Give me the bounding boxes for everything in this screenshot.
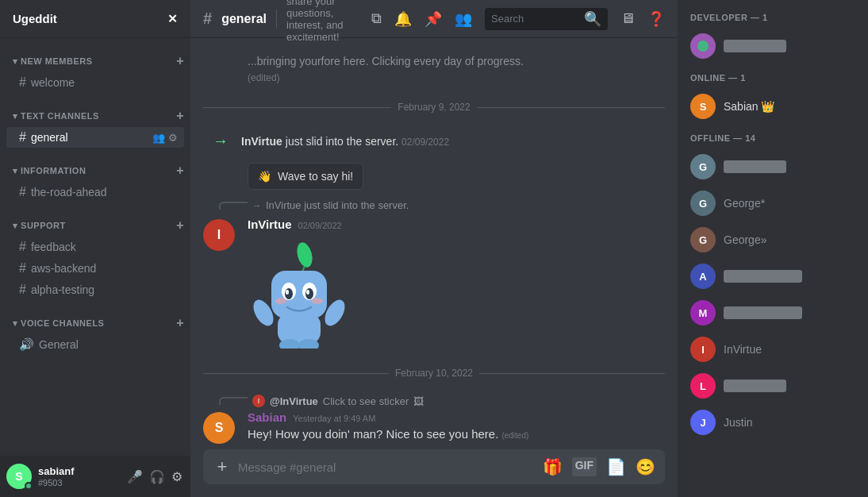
search-input[interactable]: [491, 13, 584, 25]
hash-icon-welcome: #: [19, 75, 26, 90]
member-item-offline-1[interactable]: G ████████: [684, 149, 862, 184]
channel-item-aws-backend[interactable]: # aws-backend: [6, 258, 184, 279]
server-name: Ugeddit: [13, 12, 57, 25]
system-message-text: InVirtue just slid into the server. 02/0…: [241, 135, 449, 148]
bell-icon[interactable]: 🔔: [394, 10, 412, 28]
members-icon[interactable]: 👥: [455, 10, 472, 28]
channel-header-icons: ⧉ 🔔 📌 👥 🔍 🖥 ❓: [371, 8, 665, 30]
input-icons: 🎁 GIF 📄 😊: [543, 457, 655, 476]
member-item-offline-4[interactable]: M ██████████: [684, 295, 862, 330]
section-add-text-channels[interactable]: +: [176, 109, 184, 123]
inbox-icon[interactable]: 🖥: [620, 10, 635, 27]
message-header-sabian: Sabian Yesterday at 9:49 AM: [248, 410, 665, 424]
svg-point-5: [285, 288, 293, 299]
section-add-new-members[interactable]: +: [176, 54, 184, 68]
search-box[interactable]: 🔍: [485, 8, 608, 30]
message-content-sabian: Sabian Yesterday at 9:49 AM Hey! How you…: [248, 410, 665, 444]
sidebar: Ugeddit ✕ ▾ NEW MEMBERS + # welcome ▾ TE…: [0, 0, 190, 497]
section-add-support[interactable]: +: [176, 218, 184, 233]
gift-icon[interactable]: 🎁: [543, 457, 563, 476]
section-header-new-members[interactable]: ▾ NEW MEMBERS +: [0, 51, 190, 71]
svg-point-16: [697, 40, 709, 52]
channel-item-alpha-testing[interactable]: # alpha-testing: [6, 279, 184, 300]
member-item-offline-3[interactable]: A ██████████: [684, 259, 862, 294]
member-name-justin: Justin: [724, 416, 753, 429]
reply-invirtue-label: @InVirtue: [270, 395, 318, 407]
member-section-developer-title: DEVELOPER — 1: [684, 13, 862, 22]
date-label-feb9: February 9, 2022: [398, 102, 470, 113]
date-divider-feb10: February 10, 2022: [203, 368, 665, 379]
channel-label-feedback: feedback: [31, 241, 76, 253]
user-status-online: [25, 482, 33, 490]
section-header-text-channels[interactable]: ▾ TEXT CHANNELS +: [0, 106, 190, 126]
member-icon[interactable]: 👥: [152, 132, 165, 144]
message-text-cutoff: ...bringing yourfore here. Clicking ever…: [248, 54, 665, 70]
channel-label-welcome: welcome: [31, 76, 75, 89]
section-support: ▾ SUPPORT + # feedback # aws-backend # a…: [0, 215, 190, 300]
mic-icon[interactable]: 🎤: [125, 468, 144, 486]
section-header-information[interactable]: ▾ INFORMATION +: [0, 160, 190, 181]
system-message-joined: → InVirtue just slid into the server. 02…: [190, 125, 678, 156]
avatar-circle-offline3: A: [690, 264, 716, 289]
sticker-icon[interactable]: 📄: [606, 457, 626, 476]
reply-sticker-icon: 🖼: [413, 395, 424, 407]
user-info: sabianf #9503: [38, 465, 119, 487]
member-item-sabian[interactable]: S Sabian 👑: [684, 89, 862, 124]
sticker-invirtue: [248, 237, 665, 352]
member-name-offline1: ████████: [724, 160, 786, 173]
hash-settings-icon[interactable]: ⧉: [371, 10, 382, 27]
message-invirtue-sticker: I InVirtue 02/09/2022: [190, 214, 678, 355]
svg-rect-11: [278, 314, 321, 344]
message-author-sabian[interactable]: Sabian: [248, 410, 286, 424]
message-input[interactable]: [238, 460, 536, 474]
message-author-invirtue[interactable]: InVirtue: [248, 218, 292, 231]
emoji-icon[interactable]: 😊: [636, 457, 655, 476]
member-item-offline-george1[interactable]: G George*: [684, 186, 862, 221]
member-list: DEVELOPER — 1 ████████ ONLINE — 1 S Sabi…: [678, 0, 868, 497]
headphone-icon[interactable]: 🎧: [148, 468, 167, 486]
settings-icon[interactable]: ⚙: [170, 468, 184, 486]
crown-icon: 👑: [761, 100, 774, 113]
member-item-offline-5[interactable]: L ████████: [684, 368, 862, 403]
avatar-circle-offline5: L: [690, 373, 716, 399]
member-item-offline-george2[interactable]: G George»: [684, 222, 862, 257]
section-label-new-members: ▾ NEW MEMBERS: [13, 56, 93, 67]
gif-icon[interactable]: GIF: [572, 457, 597, 476]
avatar-sabian: S: [203, 412, 235, 444]
member-name-offline5: ████████: [724, 379, 786, 392]
channel-item-feedback[interactable]: # feedback: [6, 237, 184, 257]
section-label-voice-channels: ▾ VOICE CHANNELS: [13, 318, 104, 329]
channel-item-welcome[interactable]: # welcome: [6, 72, 184, 93]
channel-item-general[interactable]: # general 👥 ⚙: [6, 127, 184, 148]
date-divider-feb9: February 9, 2022: [203, 102, 665, 113]
member-item-offline-invirtue[interactable]: I InVirtue: [684, 332, 862, 367]
avatar-circle-offline4: M: [690, 300, 716, 326]
channel-label-road-ahead: the-road-ahead: [31, 186, 107, 198]
wave-to-say-hi-button[interactable]: 👋 Wave to say hi!: [248, 163, 363, 190]
hash-icon-aws-backend: #: [19, 261, 26, 275]
help-icon[interactable]: ❓: [647, 10, 665, 28]
member-avatar-sabian: S: [690, 94, 716, 119]
channel-item-road-ahead[interactable]: # the-road-ahead: [6, 182, 184, 202]
section-header-voice-channels[interactable]: ▾ VOICE CHANNELS +: [0, 313, 190, 333]
message-input-box: + 🎁 GIF 📄 😊: [203, 449, 665, 484]
gear-icon[interactable]: ⚙: [168, 132, 178, 144]
svg-point-10: [312, 298, 323, 304]
section-add-information[interactable]: +: [176, 164, 184, 178]
reply-context: → InVirtue just slid into the server.: [190, 196, 678, 214]
voice-channel-general[interactable]: 🔊 General: [6, 334, 184, 355]
message-content-cutoff: ...bringing yourfore here. Clicking ever…: [248, 54, 665, 86]
server-header[interactable]: Ugeddit ✕: [0, 0, 190, 38]
member-item-developer[interactable]: ████████: [684, 29, 862, 64]
main-content: # general share your questions, interest…: [190, 0, 678, 497]
add-attachment-button[interactable]: +: [213, 457, 232, 476]
reply-inline-text: InVirtue just slid into the server.: [266, 199, 409, 211]
member-name-george1: George*: [724, 197, 765, 210]
member-item-offline-justin[interactable]: J Justin: [684, 405, 862, 440]
pin-icon[interactable]: 📌: [424, 10, 442, 28]
hash-icon-road-ahead: #: [19, 185, 26, 199]
section-header-support[interactable]: ▾ SUPPORT +: [0, 215, 190, 236]
section-add-voice-channels[interactable]: +: [176, 316, 184, 330]
sabian-reply-preview: I @InVirtue Click to see sticker 🖼: [190, 391, 678, 407]
message-input-area: + 🎁 GIF 📄 😊: [190, 449, 678, 497]
